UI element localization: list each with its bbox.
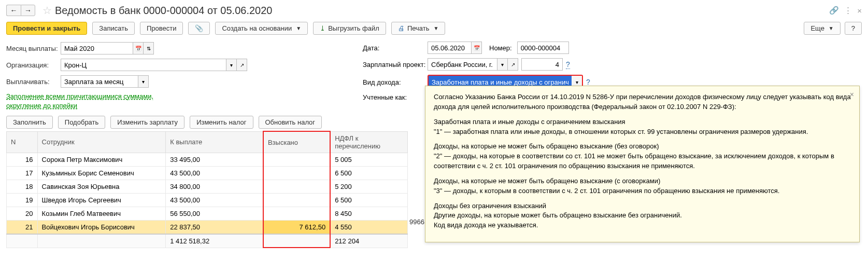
attach-button[interactable]: 📎 bbox=[188, 22, 210, 35]
nav-forward-button[interactable]: → bbox=[21, 5, 35, 16]
chevron-down-icon[interactable]: ▾ bbox=[138, 75, 149, 88]
post-button[interactable]: Провести bbox=[140, 22, 183, 35]
post-and-close-button[interactable]: Провести и закрыть bbox=[6, 22, 87, 35]
chevron-down-icon[interactable]: ▾ bbox=[226, 59, 237, 71]
col-employee[interactable]: Сотрудник bbox=[37, 131, 166, 153]
change-salary-button[interactable]: Изменить зарплату bbox=[110, 116, 184, 129]
col-n[interactable]: N bbox=[7, 131, 38, 153]
favorite-star-icon[interactable]: ☆ bbox=[42, 4, 52, 17]
kebab-icon[interactable]: ⋮ bbox=[844, 6, 852, 15]
date-label: Дата: bbox=[363, 44, 428, 52]
col-pay[interactable]: К выплате bbox=[166, 131, 263, 153]
pick-button[interactable]: Подобрать bbox=[58, 116, 105, 129]
print-button[interactable]: 🖨 Печать▼ bbox=[391, 22, 446, 35]
salary-project-number[interactable] bbox=[521, 58, 563, 71]
table-row[interactable]: 17Кузьминых Борис Семенович43 500,006 50… bbox=[7, 166, 408, 180]
table-row[interactable]: 18Савинская Зоя Юрьевна34 800,005 200 bbox=[7, 180, 408, 193]
print-icon: 🖨 bbox=[398, 24, 405, 32]
page-title: Ведомость в банк 0000-000004 от 05.06.20… bbox=[55, 5, 272, 17]
table-row[interactable]: 21Войцехович Игорь Борисович22 837,507 6… bbox=[7, 220, 408, 234]
income-type-tooltip: × Согласно Указанию Банка России от 14.1… bbox=[425, 86, 860, 242]
calendar-icon[interactable]: 📅 bbox=[133, 42, 144, 54]
org-input[interactable] bbox=[61, 59, 226, 71]
pay-type-input[interactable] bbox=[61, 75, 138, 88]
open-ref-icon[interactable]: ↗ bbox=[508, 58, 518, 71]
tooltip-close-icon[interactable]: × bbox=[850, 89, 854, 100]
fill-settings-link[interactable]: Заполнение всеми причитающимися суммами,… bbox=[6, 92, 182, 111]
create-based-on-button[interactable]: Создать на основании▼ bbox=[215, 22, 308, 35]
link-icon[interactable]: 🔗 bbox=[829, 6, 839, 15]
more-button[interactable]: Еще▼ bbox=[804, 22, 840, 35]
calendar-icon[interactable]: 📅 bbox=[472, 42, 482, 54]
table-row[interactable]: 16Сорока Петр Максимович33 495,005 005 bbox=[7, 153, 408, 166]
month-input[interactable] bbox=[61, 42, 133, 54]
month-label: Месяц выплаты: bbox=[6, 45, 61, 52]
update-tax-button[interactable]: Обновить налог bbox=[259, 116, 322, 129]
export-icon: ⤓ bbox=[320, 24, 325, 32]
open-ref-icon[interactable]: ↗ bbox=[237, 59, 247, 71]
pay-type-label: Выплачивать: bbox=[6, 78, 61, 86]
salary-project-input[interactable] bbox=[428, 58, 497, 71]
pay-total: 1 412 518,32 bbox=[166, 234, 263, 248]
export-file-button[interactable]: ⤓ Выгрузить файл bbox=[313, 22, 386, 35]
paperclip-icon: 📎 bbox=[195, 24, 203, 32]
salary-project-label: Зарплатный проект: bbox=[363, 61, 428, 69]
help-icon[interactable]: ? bbox=[586, 78, 590, 87]
nav-back-button[interactable]: ← bbox=[6, 5, 21, 16]
employees-table: N Сотрудник К выплате Взыскано НДФЛ к пе… bbox=[6, 131, 408, 248]
ndfl-total: 212 204 bbox=[330, 234, 407, 248]
chevron-down-icon[interactable]: ▾ bbox=[497, 58, 508, 71]
fill-button[interactable]: Заполнить bbox=[6, 116, 53, 129]
close-icon[interactable]: × bbox=[857, 6, 862, 15]
change-tax-button[interactable]: Изменить налог bbox=[190, 116, 253, 129]
col-ndfl[interactable]: НДФЛ к перечислению bbox=[330, 131, 407, 153]
income-type-label: Вид дохода: bbox=[363, 78, 428, 86]
org-label: Организация: bbox=[6, 61, 61, 69]
table-row[interactable]: 20Козьмин Глеб Матвеевич56 550,008 450 bbox=[7, 207, 408, 220]
write-button[interactable]: Записать bbox=[92, 22, 135, 35]
number-input[interactable] bbox=[517, 42, 569, 54]
help-button[interactable]: ? bbox=[845, 22, 862, 35]
month-stepper[interactable]: ⇅ bbox=[144, 42, 154, 54]
accounted-as-label: Учтенные как: bbox=[363, 93, 428, 101]
col-collected[interactable]: Взыскано bbox=[263, 131, 330, 153]
date-input[interactable] bbox=[428, 42, 472, 54]
number-label: Номер: bbox=[489, 44, 512, 52]
table-row[interactable]: 19Шведов Игорь Сергеевич43 500,006 500 bbox=[7, 193, 408, 207]
help-icon[interactable]: ? bbox=[566, 60, 570, 69]
